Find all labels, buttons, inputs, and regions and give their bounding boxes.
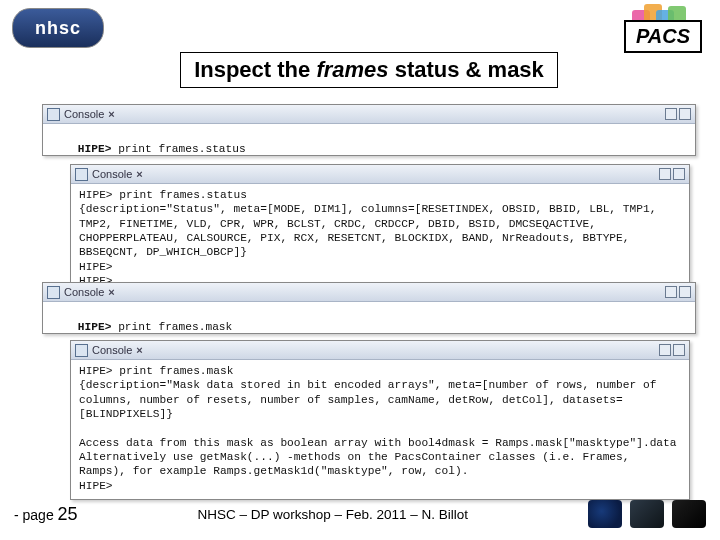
maximize-icon[interactable] [679,286,691,298]
minimize-icon[interactable] [659,168,671,180]
console-panel-status-output: Console × HIPE> print frames.status {des… [70,164,690,295]
close-icon[interactable]: × [108,286,114,298]
console-tab-label: Console [64,286,104,298]
window-controls [659,344,685,356]
console-panel-status-cmd: Console × HIPE> print frames.status [42,104,696,156]
prompt: HIPE> [78,143,112,155]
maximize-icon[interactable] [673,168,685,180]
console-panel-mask-cmd: Console × HIPE> print frames.mask [42,282,696,334]
console-titlebar: Console × [71,341,689,360]
close-icon[interactable]: × [136,344,142,356]
minimize-icon[interactable] [659,344,671,356]
console-titlebar: Console × [43,105,695,124]
console-panel-mask-output: Console × HIPE> print frames.mask {descr… [70,340,690,500]
console-titlebar: Console × [71,165,689,184]
footer-logos [588,500,706,528]
slide-footer: - page 25 NHSC – DP workshop – Feb. 2011… [14,500,706,528]
minimize-icon[interactable] [665,108,677,120]
console-tab-label: Console [64,108,104,120]
title-prefix: Inspect the [194,57,316,82]
console-tab-label: Console [92,344,132,356]
esa-logo [672,500,706,528]
ipac-logo [630,500,664,528]
window-controls [659,168,685,180]
slide-title: Inspect the frames status & mask [180,52,558,88]
close-icon[interactable]: × [108,108,114,120]
console-tab-label: Console [92,168,132,180]
maximize-icon[interactable] [673,344,685,356]
page-prefix: - page [14,507,58,523]
console-output-status: HIPE> print frames.status {description="… [71,184,689,294]
minimize-icon[interactable] [665,286,677,298]
prompt: HIPE> [78,321,112,333]
title-suffix: status & mask [389,57,544,82]
command-text: print frames.mask [111,321,232,333]
command-text: print frames.status [111,143,245,155]
page-indicator: - page 25 [14,504,78,525]
page-number: 25 [58,504,78,524]
title-emphasis: frames [316,57,388,82]
window-controls [665,108,691,120]
nhsc-logo: nhsc [12,8,104,48]
pacs-label: PACS [624,20,702,53]
console-tab-icon [47,286,60,299]
console-output-mask: HIPE> print frames.mask {description="Ma… [71,360,689,499]
maximize-icon[interactable] [679,108,691,120]
console-titlebar: Console × [43,283,695,302]
close-icon[interactable]: × [136,168,142,180]
console-tab-icon [75,168,88,181]
window-controls [665,286,691,298]
console-tab-icon [47,108,60,121]
footer-center-text: NHSC – DP workshop – Feb. 2011 – N. Bill… [78,507,588,522]
console-tab-icon [75,344,88,357]
nasa-logo [588,500,622,528]
